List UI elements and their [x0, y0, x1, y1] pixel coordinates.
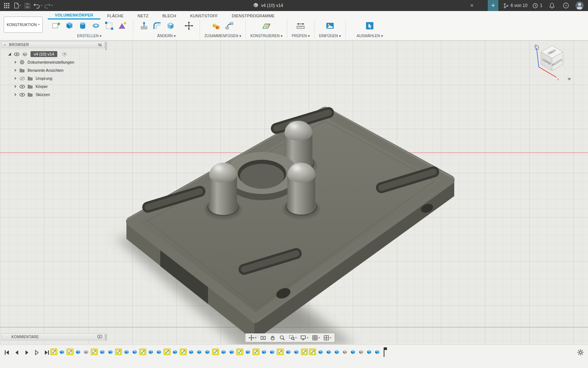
visibility-eye-icon[interactable]	[14, 52, 19, 56]
viewcube-cube[interactable]: OBEN VORNE RECHTS	[541, 46, 563, 71]
timeline-feature-22[interactable]	[220, 348, 227, 355]
timeline-feature-gray-37[interactable]	[341, 348, 348, 355]
timeline-feature-31[interactable]	[293, 348, 300, 355]
browser-row-ursprung[interactable]: Ursprung	[1, 74, 105, 82]
timeline-sketch-1[interactable]	[50, 348, 57, 355]
root-component-name[interactable]: v4 (10) v14	[31, 51, 57, 57]
timeline-feature-7[interactable]	[99, 348, 106, 355]
visibility-eye-icon[interactable]	[19, 93, 25, 97]
timeline-sketch-33[interactable]	[309, 348, 316, 355]
timeline-feature-28[interactable]	[269, 348, 276, 355]
construction-plane-icon[interactable]	[260, 19, 273, 32]
move-icon[interactable]	[183, 19, 195, 32]
redo-icon[interactable]: ▾	[44, 0, 53, 11]
timeline-feature-2[interactable]	[58, 348, 65, 355]
browser-row-koerper[interactable]: Körper	[1, 82, 105, 91]
timeline-step-forward-icon[interactable]	[33, 349, 40, 356]
expand-arrow-icon[interactable]	[15, 93, 17, 96]
timeline-sketch-9[interactable]	[115, 348, 122, 355]
timeline-playhead[interactable]	[383, 347, 388, 359]
aendern-dropdown[interactable]: ÄNDERN▾	[157, 34, 176, 38]
help-icon[interactable]: ?	[562, 0, 570, 11]
browser-row-dokumenteneinstellungen[interactable]: Dokumenteneinstellungen	[1, 58, 105, 66]
browser-row-skizzen[interactable]: Skizzen	[1, 91, 105, 99]
torus-icon[interactable]	[90, 19, 102, 32]
timeline-play-icon[interactable]	[24, 349, 30, 356]
expand-arrow-icon[interactable]	[15, 85, 17, 88]
timeline-feature-4[interactable]	[75, 348, 82, 355]
timeline-step-back-icon[interactable]	[14, 349, 20, 356]
browser-options-icon[interactable]	[98, 43, 102, 47]
timeline-feature-30[interactable]	[285, 348, 292, 355]
timeline-sketch-32[interactable]	[301, 348, 308, 355]
file-menu-icon[interactable]: ▾	[12, 0, 21, 11]
timeline-sketch-26[interactable]	[252, 348, 259, 355]
timeline-feature-20[interactable]	[204, 348, 211, 355]
fillet-icon[interactable]	[151, 19, 164, 32]
joint-icon[interactable]	[223, 19, 236, 32]
zusammenfuegen-dropdown[interactable]: ZUSAMMENFÜGEN▾	[204, 34, 241, 38]
notifications-bell-icon[interactable]	[548, 0, 556, 11]
box-icon[interactable]	[63, 19, 76, 32]
timeline-feature-38[interactable]	[349, 348, 356, 355]
combine-icon[interactable]	[210, 19, 222, 32]
timeline-feature-13[interactable]	[147, 348, 154, 355]
timeline-sketch-24[interactable]	[236, 348, 243, 355]
timeline-sketch-6[interactable]	[91, 348, 98, 355]
timeline-sketch-12[interactable]	[139, 348, 146, 355]
timeline-feature-16[interactable]	[172, 348, 179, 355]
shell-icon[interactable]	[164, 19, 177, 32]
timeline-feature-19[interactable]	[196, 348, 203, 355]
timeline-feature-36[interactable]	[333, 348, 340, 355]
create-form-icon[interactable]	[116, 19, 129, 32]
pruefen-dropdown[interactable]: PRÜFEN▾	[292, 34, 310, 38]
einfuegen-dropdown[interactable]: EINFÜGEN▾	[319, 34, 341, 38]
cylinder-icon[interactable]	[76, 19, 89, 32]
display-settings-icon[interactable]: ▾	[299, 334, 310, 342]
zoom-window-icon[interactable]: ▾	[287, 334, 298, 342]
activate-component-radio[interactable]	[62, 52, 67, 56]
browser-header[interactable]: « BROWSER	[1, 41, 105, 48]
new-document-button[interactable]: +	[487, 0, 498, 11]
timeline-sketch-3[interactable]	[67, 348, 74, 355]
timeline-sketch-17[interactable]	[180, 348, 187, 355]
look-at-icon[interactable]	[259, 334, 268, 342]
visibility-eye-off-icon[interactable]	[19, 77, 25, 81]
save-icon[interactable]	[23, 0, 32, 11]
expand-arrow-icon[interactable]	[8, 53, 11, 56]
timeline-sketch-21[interactable]	[212, 348, 219, 355]
timeline-feature-35[interactable]	[325, 348, 332, 355]
timeline-skip-end-icon[interactable]	[43, 349, 50, 356]
measure-icon[interactable]	[294, 19, 307, 32]
version-status[interactable]: 6 von 10	[503, 3, 527, 8]
comments-header[interactable]: KOMMENTARE	[1, 333, 105, 340]
document-tab[interactable]: v4 (10) v14	[235, 0, 301, 11]
timeline-feature-27[interactable]	[261, 348, 268, 355]
app-grid-icon[interactable]	[2, 0, 11, 11]
timeline-sketch-29[interactable]	[277, 348, 284, 355]
viewcube[interactable]: Z X OBEN VORNE RECHTS	[533, 41, 572, 83]
timeline-feature-18[interactable]	[188, 348, 195, 355]
timeline-feature-40[interactable]	[366, 348, 373, 355]
collapse-browser-icon[interactable]: «	[4, 43, 6, 47]
timeline-settings-gear-icon[interactable]	[577, 349, 584, 357]
expand-arrow-icon[interactable]	[15, 77, 17, 80]
browser-root-row[interactable]: v4 (10) v14	[1, 50, 105, 58]
visibility-eye-icon[interactable]	[19, 85, 25, 89]
timeline-sketch-15[interactable]	[164, 348, 171, 355]
zoom-icon[interactable]	[278, 334, 287, 342]
pan-icon[interactable]: ▾	[247, 334, 258, 342]
timeline-feature-25[interactable]	[244, 348, 251, 355]
browser-scrollbar[interactable]	[105, 42, 107, 50]
timeline-feature-10[interactable]	[123, 348, 130, 355]
undo-icon[interactable]: ▾	[33, 0, 42, 11]
timeline-feature-34[interactable]	[317, 348, 324, 355]
select-icon[interactable]	[363, 19, 376, 32]
create-sketch-icon[interactable]	[50, 19, 62, 32]
timeline-feature-41[interactable]	[374, 348, 381, 355]
timeline-feature-14[interactable]	[155, 348, 162, 355]
user-avatar[interactable]	[576, 1, 584, 10]
expand-arrow-icon[interactable]	[15, 61, 17, 64]
pattern-icon[interactable]	[103, 19, 115, 32]
press-pull-icon[interactable]	[138, 19, 150, 32]
